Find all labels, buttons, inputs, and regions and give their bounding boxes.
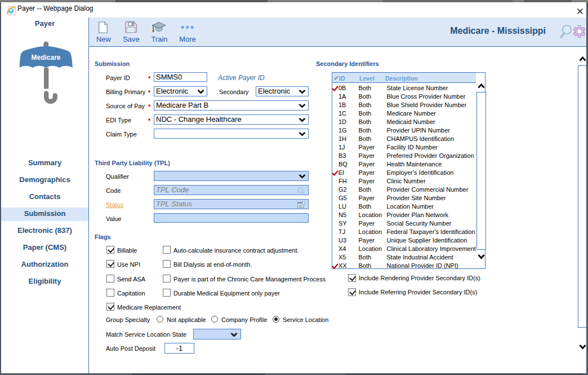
svg-text:Medicare: Medicare (31, 54, 60, 61)
